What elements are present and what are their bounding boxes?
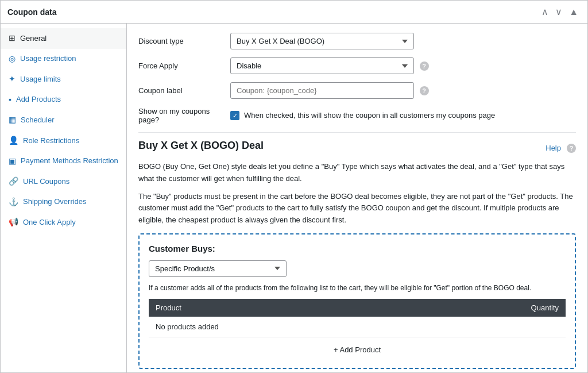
sidebar-item-shipping-overrides[interactable]: ⚓ Shipping Overrides [1,192,126,213]
col-quantity: Quantity [352,299,566,317]
sidebar-label-usage-restriction: Usage restriction [20,53,76,64]
coupon-label-control: ? [230,82,576,99]
show-coupons-row: Show on my coupons page? When checked, t… [138,107,576,124]
force-apply-row: Force Apply Disable Enable ? [138,57,576,74]
shipping-icon: ⚓ [9,197,18,208]
sidebar-label-general: General [20,33,47,44]
sidebar-item-add-products[interactable]: ▪ Add Products [1,90,126,110]
add-product-button[interactable]: + Add Product [149,341,566,359]
payment-icon: ▣ [9,156,16,167]
role-icon: 👤 [9,135,18,147]
force-apply-control: Disable Enable ? [230,57,576,74]
coupon-label-label: Coupon label [138,86,230,95]
sidebar-label-usage-limits: Usage limits [20,74,61,84]
bogo-section: Buy X Get X (BOGO) Deal Help ? BOGO (Buy… [138,140,576,369]
sidebar-label-shipping-overrides: Shipping Overrides [23,197,87,207]
force-apply-select[interactable]: Disable Enable [230,57,414,74]
header-controls: ∧ ∨ ▲ [539,5,581,18]
url-icon: 🔗 [9,176,18,187]
sidebar-label-scheduler: Scheduler [21,115,55,125]
bogo-box: Customer Buys: Specific Product/s Any Pr… [138,233,576,369]
bogo-help-icon: ? [567,144,576,153]
empty-row-text: No products added [149,317,566,337]
sidebar-label-one-click-apply: One Click Apply [23,217,76,228]
expand-button[interactable]: ▲ [567,6,581,18]
customer-buys-select[interactable]: Specific Product/s Any Product Specific … [149,260,287,277]
coupon-label-help-icon[interactable]: ? [420,86,429,95]
sidebar-item-one-click-apply[interactable]: 📢 One Click Apply [1,212,126,233]
discount-type-row: Discount type Buy X Get X Deal (BOGO) Pe… [138,33,576,49]
bogo-desc1: BOGO (Buy One, Get One) style deals let … [138,161,576,185]
force-apply-help-icon[interactable]: ? [420,61,429,71]
bogo-help-link[interactable]: Help ? [546,144,576,153]
show-coupons-label: Show on my coupons page? [138,107,230,124]
sidebar-item-usage-restriction[interactable]: ◎ Usage restriction [1,49,126,70]
limits-icon: ✦ [9,74,16,85]
sidebar-item-url-coupons[interactable]: 🔗 URL Coupons [1,171,126,192]
sidebar-label-payment-methods: Payment Methods Restriction [21,156,118,166]
bogo-title: Buy X Get X (BOGO) Deal [138,140,264,152]
restriction-icon: ◎ [9,53,16,65]
sidebar-item-usage-limits[interactable]: ✦ Usage limits [1,69,126,90]
table-row-empty: No products added [149,317,566,337]
discount-type-control: Buy X Get X Deal (BOGO) Percentage disco… [230,33,576,49]
product-table: Product Quantity No products added [149,299,566,337]
add-products-icon: ▪ [9,94,11,106]
customer-buys-label: Customer Buys: [149,244,566,253]
col-product: Product [149,299,352,317]
show-coupons-control: When checked, this will show the coupon … [230,110,576,121]
discount-type-select[interactable]: Buy X Get X Deal (BOGO) Percentage disco… [230,33,414,49]
bogo-help-label: Help [546,144,561,152]
section-divider [138,132,576,133]
sidebar-label-add-products: Add Products [16,94,61,105]
discount-type-label: Discount type [138,37,230,45]
sidebar-label-url-coupons: URL Coupons [23,176,69,187]
sidebar-item-general[interactable]: ⊞ General [1,28,126,49]
customer-buys-select-row: Specific Product/s Any Product Specific … [149,260,566,277]
collapse-up-button[interactable]: ∧ [539,5,551,18]
sidebar-label-role-restrictions: Role Restrictions [23,136,79,146]
bogo-desc2: The "Buy" products must be present in th… [138,191,576,226]
show-coupons-checkbox[interactable] [230,111,239,120]
bogo-buys-desc: If a customer adds all of the products f… [149,283,566,293]
sidebar-item-role-restrictions[interactable]: 👤 Role Restrictions [1,130,126,151]
panel-title: Coupon data [7,7,57,17]
force-apply-label: Force Apply [138,61,230,70]
sidebar-item-payment-methods[interactable]: ▣ Payment Methods Restriction [1,151,126,172]
sidebar-item-scheduler[interactable]: ▦ Scheduler [1,110,126,130]
grid-icon: ⊞ [9,33,16,44]
sidebar: ⊞ General ◎ Usage restriction ✦ Usage li… [1,24,127,372]
scheduler-icon: ▦ [9,114,16,126]
coupon-label-input[interactable] [230,82,414,99]
main-content: Discount type Buy X Get X Deal (BOGO) Pe… [127,24,587,372]
collapse-down-button[interactable]: ∨ [553,5,564,18]
coupon-label-row: Coupon label ? [138,82,576,99]
add-product-label: + Add Product [334,345,381,354]
show-coupons-text: When checked, this will show the coupon … [244,110,495,121]
one-click-icon: 📢 [9,217,18,228]
